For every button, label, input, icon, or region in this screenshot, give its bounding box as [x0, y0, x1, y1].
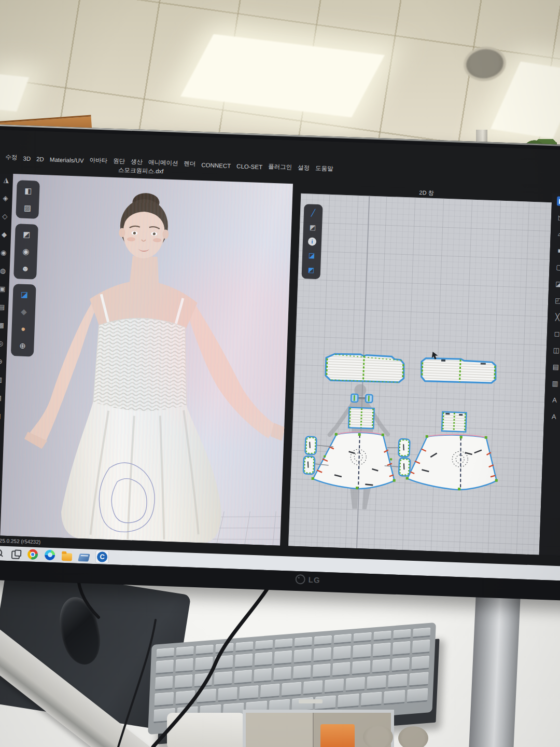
fabric-shirt-icon[interactable]: ▤	[0, 302, 6, 312]
fabric-icon[interactable]: ◪	[307, 251, 317, 260]
pattern-bodice-front[interactable]	[325, 353, 404, 383]
pen-tool-icon[interactable]: ╱	[309, 208, 318, 218]
menu-item[interactable]: 원단	[113, 157, 125, 165]
fold-pattern-icon[interactable]: ◫	[552, 345, 560, 355]
menu-item[interactable]: CLO-SET	[236, 163, 262, 170]
menu-item[interactable]: 애니메이션	[148, 158, 178, 167]
edit-curve-point-icon[interactable]: ◺	[556, 213, 560, 223]
transform-pattern-icon[interactable]: ▶	[557, 197, 560, 206]
measure-tool-icon[interactable]: ◭	[0, 448, 1, 458]
avatar-skin-view-icon[interactable]: ●	[17, 322, 30, 335]
drape-garment-icon[interactable]: ▨	[21, 202, 34, 215]
viewport-2d[interactable]: 2D 창	[288, 184, 552, 555]
lg-face-icon	[295, 574, 305, 585]
menu-item[interactable]: 수정	[5, 153, 18, 161]
rounded-shape-tool-icon[interactable]: ▢	[554, 262, 560, 272]
text-tool-icon[interactable]: A	[550, 395, 559, 405]
pleat-tool-icon[interactable]: ▤	[551, 362, 560, 372]
menu-item[interactable]: 설정	[298, 164, 310, 172]
file-explorer-icon[interactable]	[62, 552, 73, 561]
menu-item[interactable]: 렌더	[184, 160, 196, 168]
button-tool-icon[interactable]: ◎	[0, 339, 5, 349]
pin-remove-tool-icon[interactable]: ◍	[0, 266, 8, 276]
pin-tool-icon[interactable]: ◈	[1, 193, 10, 203]
pattern-pieces	[288, 193, 552, 555]
polygon-pen-icon[interactable]: ▱	[556, 229, 560, 239]
shirring-tool-icon[interactable]: ▨	[0, 411, 3, 421]
pattern-skirt-back[interactable]	[405, 433, 499, 491]
pin-drag-tool-icon[interactable]: ◉	[0, 248, 8, 258]
cube-view-icon[interactable]: ◧	[22, 185, 35, 198]
band-tool-icon[interactable]: ▭	[0, 466, 1, 476]
search-icon[interactable]	[0, 548, 4, 559]
attach-pin-tool-icon[interactable]: ◆	[0, 230, 9, 240]
avatar-view-icon[interactable]: ☻	[19, 262, 32, 275]
fabric-view-icon[interactable]: ◪	[18, 288, 31, 301]
view-toolbar-group-2: ◩◉☻	[13, 224, 38, 280]
pattern-bodice-back[interactable]	[421, 357, 497, 383]
shirt-view-icon[interactable]: ◩	[20, 228, 33, 241]
monitor: 수정3D2DMaterials/UV아바타원단생산애니메이션렌더CONNECTC…	[0, 123, 560, 602]
symmetry-tool-icon[interactable]: ╳	[553, 312, 560, 322]
view-toolbar-group-1: ◧▨	[16, 180, 40, 219]
screen-moire	[0, 174, 293, 546]
menu-item[interactable]: CONNECT	[201, 162, 231, 169]
menu-item[interactable]: 3D	[23, 156, 31, 162]
view-toolbar-group-3: ◪◆●⊕	[11, 284, 36, 356]
fabric-dark-view-icon[interactable]: ◆	[17, 305, 30, 318]
pin-view-icon[interactable]: ◉	[20, 245, 33, 258]
screen: 수정3D2DMaterials/UV아바타원단생산애니메이션렌더CONNECTC…	[0, 128, 560, 582]
text-small-tool-icon[interactable]: A	[549, 412, 559, 422]
pattern-shirt-icon[interactable]: ◩	[308, 223, 318, 232]
fold-tool-icon[interactable]: ◫	[0, 430, 2, 439]
lg-logo-text: LG	[308, 575, 320, 585]
edge-icon[interactable]	[45, 550, 55, 561]
menu-item[interactable]: 도움말	[315, 164, 333, 173]
toolbar-2d: ╱◩i◪◩	[301, 204, 323, 279]
task-view-icon[interactable]	[10, 548, 21, 559]
clone-pattern-icon[interactable]: ◰	[553, 296, 560, 306]
dart-tool-icon[interactable]: ◪	[554, 279, 560, 289]
pattern-canvas[interactable]: ╱◩i◪◩	[288, 193, 552, 555]
trace-tool-icon[interactable]: ◻	[552, 329, 560, 339]
pattern-waistband-back[interactable]	[442, 412, 466, 432]
notes-app-icon[interactable]	[78, 554, 90, 562]
menu-item[interactable]: 2D	[36, 156, 44, 163]
monitor-bezel-logo: LG	[295, 574, 320, 585]
sewing-cart-icon[interactable]: ▣	[0, 284, 7, 294]
shirt-overlay-icon[interactable]: ◩	[306, 265, 316, 275]
info-icon[interactable]: i	[308, 237, 317, 246]
clo-app-icon[interactable]: C	[97, 551, 108, 562]
menu-item[interactable]: Materials/UV	[50, 156, 84, 163]
menu-item[interactable]: 플러그인	[268, 163, 292, 172]
viewport-3d[interactable]: ◧▨ ◩◉☻ ◪◆●⊕	[0, 174, 293, 546]
topstitch-tool-icon[interactable]: ▧	[0, 393, 3, 403]
animation-pose-icon[interactable]: ◮	[2, 175, 11, 185]
clo-taskbar-item[interactable]: C	[96, 550, 109, 563]
seam-allowance-icon[interactable]: ▥	[550, 379, 560, 389]
menu-item[interactable]: 아바타	[89, 156, 107, 164]
rectangle-tool-icon[interactable]: ■	[555, 246, 560, 256]
zipper-tool-icon[interactable]: ▥	[0, 375, 4, 385]
texture-shirt-icon[interactable]: ▦	[0, 321, 6, 330]
globe-view-icon[interactable]: ⊕	[16, 339, 29, 352]
buttonhole-tool-icon[interactable]: ⊕	[0, 357, 5, 367]
pattern-skirt-front[interactable]	[311, 430, 397, 490]
pin-box-tool-icon[interactable]: ◇	[0, 212, 10, 222]
chrome-icon[interactable]	[27, 549, 38, 560]
pattern-waistband-front[interactable]	[348, 407, 374, 428]
menu-item[interactable]: 생산	[131, 158, 143, 166]
